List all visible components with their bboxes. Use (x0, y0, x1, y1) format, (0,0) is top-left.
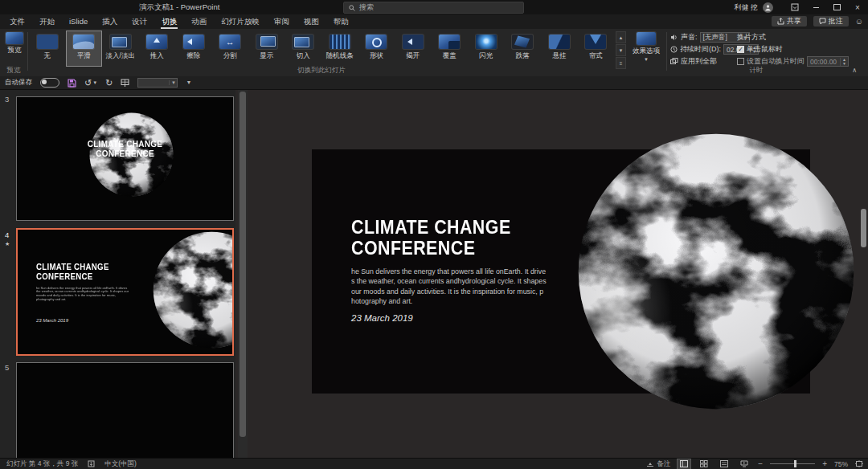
transition-label: 无 (44, 51, 51, 61)
gallery-scroll-up-icon[interactable]: ▲ (616, 31, 626, 43)
clock-icon (670, 46, 678, 53)
language-indicator[interactable]: 中文(中国) (104, 459, 137, 469)
ribbon-tab[interactable]: iSlide (62, 14, 95, 29)
save-icon[interactable] (68, 79, 76, 88)
fade-icon (110, 35, 131, 49)
avatar[interactable] (763, 2, 773, 13)
transition-label: 切入 (297, 51, 310, 61)
comments-button[interactable]: 批注 (813, 16, 849, 27)
start-slideshow-icon[interactable] (121, 79, 129, 88)
preview-button[interactable]: 预览 (2, 31, 27, 55)
ribbon-tab[interactable]: 幻灯片放映 (214, 14, 267, 29)
notes-icon (646, 461, 654, 467)
transition-item[interactable]: 淡入/淡出 (102, 31, 139, 67)
ribbon-display-options-button[interactable] (784, 0, 805, 14)
reading-view-button[interactable] (718, 459, 731, 469)
uncover-icon (403, 35, 424, 49)
fit-to-window-icon[interactable] (855, 460, 863, 467)
earth-image[interactable] (577, 133, 855, 410)
zoom-level[interactable]: 75% (834, 460, 848, 468)
transition-item[interactable]: 推入 (139, 31, 176, 67)
user-name[interactable]: 利健 挖 (734, 2, 758, 13)
transition-item[interactable]: 悬挂 (541, 31, 578, 67)
transition-item[interactable]: 帘式 (578, 31, 615, 67)
slideshow-view-button[interactable] (738, 459, 751, 469)
restore-button[interactable] (826, 0, 847, 14)
slideshow-icon (740, 460, 748, 467)
transition-item[interactable]: 形状 (358, 31, 395, 67)
advance-slide-header: 换片方式 (737, 32, 766, 43)
ribbon-tab[interactable]: 插入 (95, 14, 125, 29)
zoom-out-button[interactable]: − (758, 459, 763, 468)
transition-item[interactable]: 随机线条 (321, 31, 358, 67)
autosave-label: 自动保存 (5, 78, 32, 88)
transition-item[interactable]: 显示 (248, 31, 285, 67)
reading-view-icon (720, 460, 728, 467)
slide-thumbnail-panel: 3 CLIMATE CHANGE CONFERENCE 4 ★ CLIMATE … (0, 90, 235, 458)
slide-counter[interactable]: 幻灯片 第 4 张，共 9 张 (6, 459, 78, 469)
transition-item[interactable]: 切入 (285, 31, 322, 67)
transition-label: 淡入/淡出 (106, 51, 135, 61)
qat-dropdown[interactable]: ▼ (137, 78, 178, 88)
none-icon (37, 35, 58, 49)
scrollbar-thumb[interactable] (861, 209, 866, 247)
zoom-slider-thumb[interactable] (794, 460, 796, 467)
collapse-ribbon-icon[interactable]: ∧ (852, 67, 857, 74)
canvas-scrollbar[interactable] (861, 90, 867, 458)
transition-item[interactable]: 覆盖 (432, 31, 469, 67)
slide-body-text[interactable]: he Sun delivers the energy that powers a… (351, 267, 547, 306)
transition-item[interactable]: 跌落 (505, 31, 542, 67)
slide-sorter-view-button[interactable] (698, 459, 710, 469)
spinner-arrows-icon[interactable]: ▲▼ (840, 58, 848, 66)
slide-thumbnail-5[interactable] (16, 362, 234, 458)
gallery-scroll: ▲ ▼ ≡ (616, 31, 626, 69)
gallery-expand-icon[interactable]: ≡ (616, 57, 626, 69)
minimize-button[interactable] (805, 0, 826, 14)
zoom-in-button[interactable]: + (822, 459, 827, 468)
transition-item[interactable]: 闪光 (468, 31, 505, 67)
search-input[interactable]: 搜索 (343, 2, 524, 14)
redo-icon[interactable]: ↻ (105, 76, 113, 90)
transition-label: 覆盖 (443, 51, 457, 61)
ribbon-tab[interactable]: 动画 (184, 14, 214, 29)
restore-icon (833, 4, 841, 10)
effect-options-button[interactable]: 效果选项 ▼ (628, 31, 665, 61)
duration-label: 持续时间(D): (680, 44, 721, 55)
transition-item[interactable]: 平滑 (66, 31, 103, 67)
undo-icon[interactable]: ↺ (84, 76, 92, 90)
accessibility-icon[interactable] (88, 460, 95, 467)
document-title: 演示文稿1 - PowerPoint (139, 0, 219, 14)
autosave-toggle[interactable] (40, 78, 59, 88)
transition-item[interactable]: 无 (29, 31, 66, 67)
gallery-scroll-down-icon[interactable]: ▼ (616, 44, 626, 56)
thumbnail-panel-scrollbar[interactable] (238, 90, 248, 458)
ribbon-tab[interactable]: 设计 (125, 14, 154, 29)
preview-button-label: 预览 (8, 46, 22, 55)
auto-advance-checkbox[interactable] (737, 58, 744, 65)
ribbon-tab[interactable]: 审阅 (267, 14, 297, 29)
ribbon-tab[interactable]: 帮助 (326, 14, 356, 29)
transition-item[interactable]: 揭开 (395, 31, 432, 67)
slide-date[interactable]: 23 March 2019 (351, 313, 413, 323)
ribbon-tab[interactable]: 文件 (2, 14, 32, 29)
normal-view-button[interactable] (678, 459, 690, 469)
notes-button[interactable]: 备注 (646, 459, 670, 469)
on-mouse-click-checkbox[interactable]: 单击鼠标时 (737, 44, 783, 55)
scrollbar-thumb[interactable] (240, 92, 246, 437)
share-button[interactable]: 共享 (772, 16, 807, 27)
effect-options-label: 效果选项 (633, 47, 660, 56)
apply-all-icon (670, 58, 678, 65)
feedback-smiley-icon[interactable]: ☺ (855, 16, 863, 27)
share-label: 共享 (787, 16, 801, 27)
slide-thumbnail-4-selected[interactable]: CLIMATE CHANGE CONFERENCE he Sun deliver… (16, 228, 234, 356)
ribbon-tab[interactable]: 切换 (154, 14, 184, 29)
transition-item[interactable]: 分割 (212, 31, 249, 67)
slide-thumbnail-3[interactable]: CLIMATE CHANGE CONFERENCE (16, 96, 234, 221)
slide-title[interactable]: CLIMATE CHANGE CONFERENCE (351, 217, 511, 259)
zoom-slider[interactable] (770, 463, 815, 464)
customize-qat-icon[interactable]: ▼ (186, 81, 191, 84)
close-button[interactable]: × (847, 0, 868, 14)
transition-item[interactable]: 擦除 (175, 31, 212, 67)
ribbon-tab[interactable]: 开始 (32, 14, 62, 29)
ribbon-tab[interactable]: 视图 (297, 14, 326, 29)
